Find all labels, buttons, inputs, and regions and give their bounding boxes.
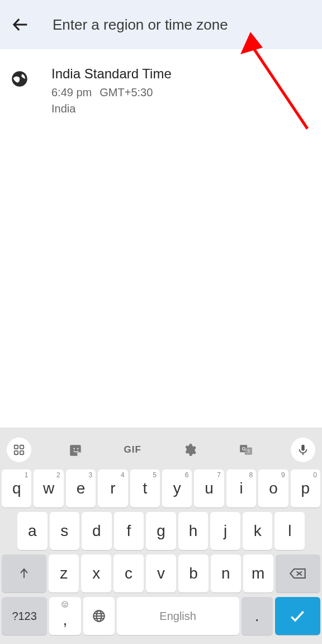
key-h[interactable]: h (178, 512, 209, 550)
enter-key[interactable] (275, 597, 320, 635)
key-p[interactable]: p0 (291, 469, 320, 507)
gif-icon[interactable]: GIF (120, 438, 145, 462)
result-title: India Standard Time (51, 66, 172, 82)
result-country: India (51, 102, 172, 115)
result-time: 6:49 pm (51, 86, 92, 99)
backspace-key[interactable] (276, 554, 320, 593)
key-n[interactable]: n (211, 554, 241, 593)
key-u[interactable]: u7 (194, 469, 224, 507)
svg-text:G: G (242, 446, 246, 452)
key-t[interactable]: t5 (130, 469, 160, 507)
key-v[interactable]: v (146, 554, 176, 593)
key-z[interactable]: z (49, 554, 79, 593)
key-a[interactable]: a (17, 512, 48, 550)
mic-icon[interactable] (291, 438, 315, 462)
virtual-keyboard: GIF G 文 q1w2e3r4t5y6u7i8o9p0 asdfghjkl (0, 427, 322, 644)
shift-key[interactable] (2, 554, 46, 593)
translate-icon[interactable]: G 文 (234, 438, 258, 462)
comma-label: , (63, 611, 67, 629)
svg-rect-6 (15, 451, 18, 454)
svg-point-19 (62, 601, 68, 608)
key-w[interactable]: w2 (34, 469, 63, 507)
globe-icon (11, 70, 28, 87)
key-y[interactable]: y6 (162, 469, 192, 507)
key-q[interactable]: q1 (2, 469, 31, 507)
result-subline: 6:49 pm GMT+5:30 (51, 86, 172, 99)
comma-key[interactable]: , (49, 597, 80, 635)
key-r[interactable]: r4 (98, 469, 127, 507)
gear-icon[interactable] (177, 438, 202, 462)
key-k[interactable]: k (243, 512, 273, 550)
key-f[interactable]: f (114, 512, 144, 550)
key-g[interactable]: g (146, 512, 176, 550)
svg-point-20 (64, 603, 64, 604)
numsym-key[interactable]: ?123 (2, 597, 47, 635)
svg-rect-7 (20, 451, 23, 454)
spacebar-key[interactable]: English (117, 597, 239, 635)
key-x[interactable]: x (81, 554, 111, 593)
sticker-icon[interactable] (64, 438, 88, 462)
key-j[interactable]: j (210, 512, 240, 550)
key-l[interactable]: l (274, 512, 305, 550)
key-o[interactable]: o9 (258, 469, 288, 507)
back-icon[interactable] (11, 15, 30, 34)
timezone-result-item[interactable]: India Standard Time 6:49 pm GMT+5:30 Ind… (0, 49, 322, 132)
apps-icon[interactable] (7, 438, 31, 462)
result-offset: GMT+5:30 (100, 86, 153, 99)
key-b[interactable]: b (178, 554, 209, 593)
language-key[interactable] (83, 597, 115, 635)
svg-point-21 (66, 603, 67, 604)
emoji-hint-icon (61, 600, 69, 610)
svg-point-9 (77, 448, 79, 450)
svg-rect-5 (20, 445, 23, 449)
key-c[interactable]: c (113, 554, 144, 593)
keyboard-toolbar: GIF G 文 (0, 432, 322, 468)
key-m[interactable]: m (243, 554, 273, 593)
key-e[interactable]: e3 (66, 469, 96, 507)
svg-rect-4 (15, 445, 18, 449)
key-i[interactable]: i8 (226, 469, 256, 507)
key-s[interactable]: s (50, 512, 80, 550)
search-header (0, 0, 322, 49)
search-input[interactable] (53, 16, 311, 34)
key-d[interactable]: d (82, 512, 112, 550)
period-key[interactable]: . (242, 597, 273, 635)
svg-text:文: 文 (247, 449, 251, 454)
result-body: India Standard Time 6:49 pm GMT+5:30 Ind… (51, 66, 172, 115)
svg-point-8 (73, 448, 75, 450)
svg-rect-14 (301, 445, 305, 451)
